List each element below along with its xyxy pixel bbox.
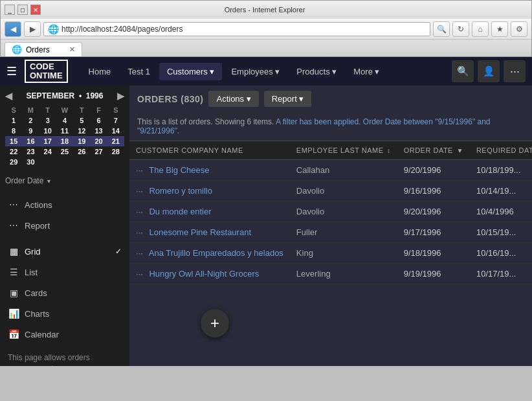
main-content: ◀ SEPTEMBER • 1996 ▶ S M T W T (0, 86, 532, 366)
actions-button[interactable]: Actions ▾ (208, 91, 258, 107)
row-actions-dots[interactable]: ··· (136, 248, 143, 258)
cell-company[interactable]: ··· The Big Cheese (129, 160, 290, 181)
cell-company[interactable]: ··· Ana Trujillo Emparedados y helados (129, 243, 290, 264)
cal-day[interactable]: 5 (73, 115, 90, 126)
row-actions-dots[interactable]: ··· (136, 207, 143, 216)
cal-day-17[interactable]: 17 (39, 136, 56, 146)
nav-more[interactable]: More ▾ (346, 63, 387, 80)
home-button[interactable]: ⌂ (472, 21, 489, 37)
calendar: ◀ SEPTEMBER • 1996 ▶ S M T W T (0, 86, 129, 172)
hamburger-menu[interactable]: ☰ (6, 64, 17, 78)
cal-day[interactable]: 14 (107, 126, 124, 136)
cal-day[interactable]: 10 (39, 126, 56, 136)
cell-employee: Davolio (290, 201, 397, 222)
cal-day[interactable]: 25 (56, 146, 73, 157)
sidebar-item-report[interactable]: ⋯ Report (0, 215, 129, 236)
content-panel: ORDERS (830) Actions ▾ Report ▾ This is … (129, 86, 532, 366)
cal-day[interactable]: 28 (107, 146, 124, 157)
maximize-btn[interactable]: □ (17, 5, 28, 15)
cell-required-date: 10/18/199... (470, 160, 532, 181)
cal-day-18[interactable]: 18 (56, 136, 73, 146)
settings-button[interactable]: ⚙ (511, 21, 527, 37)
cell-company[interactable]: ··· Lonesome Pine Restaurant (129, 222, 290, 243)
cal-day[interactable]: 26 (73, 146, 90, 157)
cal-day[interactable]: 2 (22, 115, 39, 126)
user-nav-btn[interactable]: 👤 (478, 60, 500, 82)
tab-close-btn[interactable]: ✕ (69, 45, 75, 54)
cal-week-3: 15 16 17 18 19 20 21 (5, 136, 124, 146)
order-date-filter[interactable]: Order Date ▾ (0, 172, 129, 189)
sidebar-item-list[interactable]: ☰ List (0, 262, 129, 282)
cell-required-date: 10/4/1996 (470, 201, 532, 222)
cell-company[interactable]: ··· Romero y tomillo (129, 181, 290, 201)
cell-employee: King (290, 243, 397, 264)
cal-next-btn[interactable]: ▶ (117, 91, 124, 101)
cal-day[interactable]: 1 (5, 115, 22, 126)
nav-customers[interactable]: Customers ▾ (159, 63, 222, 80)
cal-day-19[interactable]: 19 (73, 136, 90, 146)
cal-day[interactable]: 24 (39, 146, 56, 157)
cal-day[interactable]: 30 (22, 157, 39, 167)
report-button[interactable]: Report ▾ (264, 91, 312, 107)
sidebar-item-calendar[interactable]: 📅 Calendar (0, 324, 129, 345)
cal-day[interactable]: 4 (56, 115, 73, 126)
search-button[interactable]: 🔍 (433, 21, 450, 37)
row-actions-dots[interactable]: ··· (136, 269, 143, 279)
row-actions-dots[interactable]: ··· (136, 165, 143, 175)
nav-test1[interactable]: Test 1 (120, 63, 158, 80)
cal-day[interactable]: 12 (73, 126, 90, 136)
cal-week-2: 8 9 10 11 12 13 14 (5, 126, 124, 136)
table-row: ··· Hungry Owl All-Night Grocers Leverli… (129, 264, 532, 284)
row-actions-dots[interactable]: ··· (136, 186, 143, 196)
cal-day[interactable]: 6 (90, 115, 107, 126)
cal-week-1: 1 2 3 4 5 6 7 (5, 115, 124, 126)
cal-day-21[interactable]: 21 (107, 136, 124, 146)
favorites-button[interactable]: ★ (491, 21, 508, 37)
close-btn[interactable]: ✕ (30, 5, 41, 15)
fab-button[interactable]: + (201, 309, 229, 338)
sidebar-item-charts[interactable]: 📊 Charts (0, 303, 129, 324)
cal-day-16[interactable]: 16 (22, 136, 39, 146)
col-order-date[interactable]: ORDER DATE ▼ (397, 141, 470, 160)
cal-day[interactable]: 29 (5, 157, 22, 167)
minimize-btn[interactable]: _ (5, 5, 15, 15)
browser-tab[interactable]: 🌐 Orders ✕ (5, 42, 82, 56)
calendar-header: ◀ SEPTEMBER • 1996 ▶ (5, 91, 124, 101)
search-nav-btn[interactable]: 🔍 (452, 60, 474, 82)
back-button[interactable]: ◀ (5, 21, 21, 37)
address-bar[interactable]: 🌐 http://localhost:24084/pages/orders (43, 22, 430, 36)
cal-day[interactable]: 22 (5, 146, 22, 157)
cal-day[interactable]: 27 (90, 146, 107, 157)
more-nav-btn[interactable]: ⋯ (504, 60, 526, 82)
sidebar-report-label: Report (25, 221, 50, 231)
refresh-button[interactable]: ↻ (452, 21, 469, 37)
cal-day[interactable]: 7 (107, 115, 124, 126)
nav-home[interactable]: Home (81, 63, 119, 80)
sidebar-cards-label: Cards (25, 288, 47, 298)
cal-day[interactable]: 23 (22, 146, 39, 157)
sidebar-item-grid[interactable]: ▦ Grid ✓ (0, 241, 129, 262)
forward-button[interactable]: ▶ (24, 21, 41, 37)
row-actions-dots[interactable]: ··· (136, 227, 143, 237)
data-table: CUSTOMER COMPANY NAME EMPLOYEE LAST NAME… (129, 141, 532, 366)
cal-day[interactable]: 13 (90, 126, 107, 136)
sidebar-item-actions[interactable]: ⋯ Actions (0, 194, 129, 215)
cal-day[interactable]: 8 (5, 126, 22, 136)
cal-day[interactable]: 11 (56, 126, 73, 136)
table-row: ··· Ana Trujillo Emparedados y helados K… (129, 243, 532, 264)
app-logo: CODE ONTIME (25, 60, 68, 84)
cal-day[interactable]: 3 (39, 115, 56, 126)
nav-products[interactable]: Products ▾ (289, 63, 344, 80)
cell-company[interactable]: ··· Hungry Owl All-Night Grocers (129, 264, 290, 284)
sidebar-item-cards[interactable]: ▣ Cards (0, 282, 129, 303)
title-bar: _ □ ✕ Orders - Internet Explorer (1, 1, 531, 19)
cal-day[interactable]: 9 (22, 126, 39, 136)
sidebar-footer-text: This page allows orders management. (8, 353, 90, 366)
cal-prev-btn[interactable]: ◀ (5, 91, 12, 101)
nav-employees[interactable]: Employees ▾ (223, 63, 287, 80)
cal-day-20[interactable]: 20 (90, 136, 107, 146)
cal-day-15[interactable]: 15 (5, 136, 22, 146)
sidebar-grid-label: Grid (25, 247, 41, 257)
order-date-label: Order Date (5, 176, 43, 185)
cell-company[interactable]: ··· Du monde entier (129, 201, 290, 222)
